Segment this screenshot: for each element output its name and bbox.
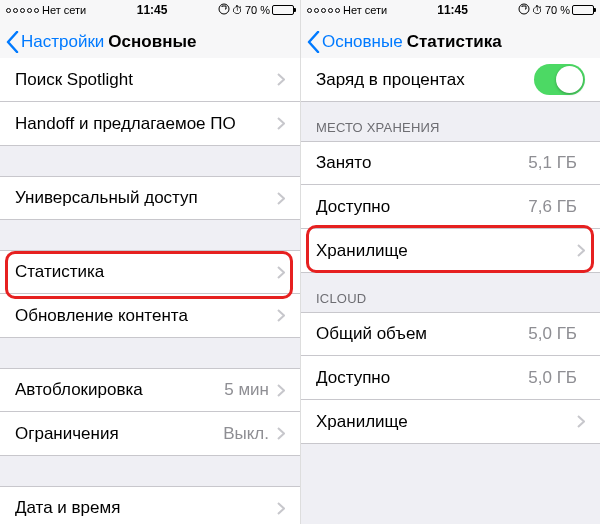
back-label: Основные bbox=[322, 32, 403, 52]
toggle-switch[interactable] bbox=[534, 64, 585, 95]
row-icloud-available: Доступно 5,0 ГБ bbox=[301, 356, 600, 400]
row-spotlight[interactable]: Поиск Spotlight bbox=[0, 58, 300, 102]
back-button[interactable]: Настройки bbox=[6, 31, 104, 53]
chevron-right-icon bbox=[577, 415, 585, 428]
row-label: Занято bbox=[316, 153, 528, 173]
list-group: Поиск Spotlight Handoff и предлагаемое П… bbox=[0, 58, 300, 146]
row-label: Статистика bbox=[15, 262, 277, 282]
group-header-storage: МЕСТО ХРАНЕНИЯ bbox=[301, 102, 600, 141]
rotation-lock-icon bbox=[218, 3, 230, 18]
chevron-right-icon bbox=[577, 244, 585, 257]
alarm-icon: ⏱ bbox=[532, 4, 543, 16]
row-value: 5,1 ГБ bbox=[528, 153, 577, 173]
row-icloud-total: Общий объем 5,0 ГБ bbox=[301, 312, 600, 356]
row-used: Занято 5,1 ГБ bbox=[301, 141, 600, 185]
row-available: Доступно 7,6 ГБ bbox=[301, 185, 600, 229]
signal-icon bbox=[307, 8, 340, 13]
page-title: Статистика bbox=[407, 32, 502, 52]
row-label: Поиск Spotlight bbox=[15, 70, 277, 90]
row-label: Хранилище bbox=[316, 412, 577, 432]
battery-icon bbox=[272, 5, 294, 15]
row-handoff[interactable]: Handoff и предлагаемое ПО bbox=[0, 102, 300, 146]
row-value: 5,0 ГБ bbox=[528, 324, 577, 344]
row-label: Универсальный доступ bbox=[15, 188, 277, 208]
chevron-right-icon bbox=[277, 73, 285, 86]
back-label: Настройки bbox=[21, 32, 104, 52]
row-datetime[interactable]: Дата и время bbox=[0, 486, 300, 524]
chevron-right-icon bbox=[277, 309, 285, 322]
back-button[interactable]: Основные bbox=[307, 31, 403, 53]
row-label: Обновление контента bbox=[15, 306, 277, 326]
row-label: Доступно bbox=[316, 197, 528, 217]
rotation-lock-icon bbox=[518, 3, 530, 18]
row-label: Ограничения bbox=[15, 424, 223, 444]
chevron-right-icon bbox=[277, 117, 285, 130]
row-statistics[interactable]: Статистика bbox=[0, 250, 300, 294]
phone-right: Нет сети 11:45 ⏱ 70 % Основные Статистик… bbox=[300, 0, 600, 524]
signal-icon bbox=[6, 8, 39, 13]
row-battery-percent[interactable]: Заряд в процентах bbox=[301, 58, 600, 102]
row-label: Доступно bbox=[316, 368, 528, 388]
row-background-refresh[interactable]: Обновление контента bbox=[0, 294, 300, 338]
battery-percent: 70 % bbox=[245, 4, 270, 16]
chevron-right-icon bbox=[277, 192, 285, 205]
battery-percent: 70 % bbox=[545, 4, 570, 16]
status-bar: Нет сети 11:45 ⏱ 70 % bbox=[0, 0, 300, 20]
chevron-right-icon bbox=[277, 502, 285, 515]
row-restrictions[interactable]: Ограничения Выкл. bbox=[0, 412, 300, 456]
row-label: Автоблокировка bbox=[15, 380, 224, 400]
clock: 11:45 bbox=[137, 3, 168, 17]
carrier-label: Нет сети bbox=[42, 4, 86, 16]
row-label: Дата и время bbox=[15, 498, 277, 518]
row-value: 7,6 ГБ bbox=[528, 197, 577, 217]
row-icloud-manage-storage[interactable]: Хранилище bbox=[301, 400, 600, 444]
status-bar: Нет сети 11:45 ⏱ 70 % bbox=[301, 0, 600, 20]
phone-left: Нет сети 11:45 ⏱ 70 % Настройки Основные… bbox=[0, 0, 300, 524]
alarm-icon: ⏱ bbox=[232, 4, 243, 16]
chevron-right-icon bbox=[277, 384, 285, 397]
page-title: Основные bbox=[108, 32, 196, 52]
chevron-right-icon bbox=[277, 427, 285, 440]
group-header-icloud: ICLOUD bbox=[301, 273, 600, 312]
carrier-label: Нет сети bbox=[343, 4, 387, 16]
row-label: Общий объем bbox=[316, 324, 528, 344]
row-label: Handoff и предлагаемое ПО bbox=[15, 114, 277, 134]
battery-icon bbox=[572, 5, 594, 15]
chevron-left-icon bbox=[307, 31, 320, 53]
row-value: 5 мин bbox=[224, 380, 269, 400]
row-manage-storage[interactable]: Хранилище bbox=[301, 229, 600, 273]
row-value: 5,0 ГБ bbox=[528, 368, 577, 388]
row-value: Выкл. bbox=[223, 424, 269, 444]
chevron-left-icon bbox=[6, 31, 19, 53]
row-label: Хранилище bbox=[316, 241, 577, 261]
row-accessibility[interactable]: Универсальный доступ bbox=[0, 176, 300, 220]
row-label: Заряд в процентах bbox=[316, 70, 534, 90]
chevron-right-icon bbox=[277, 266, 285, 279]
row-autolock[interactable]: Автоблокировка 5 мин bbox=[0, 368, 300, 412]
clock: 11:45 bbox=[437, 3, 468, 17]
